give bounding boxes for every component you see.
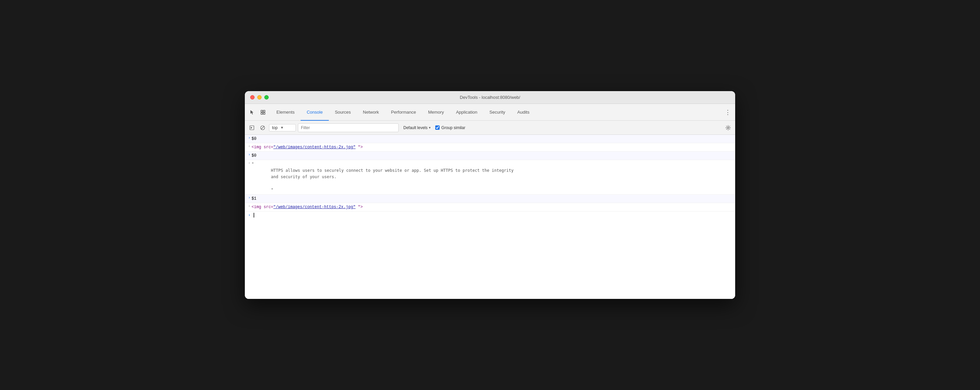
console-entry: ‹ <img src="/web/images/content-https-2x… [245,143,735,152]
console-content: <img src="/web/images/content-https-2x.j… [250,203,735,211]
console-content: $1 [250,195,735,203]
console-toolbar: top ▼ Default levels ▾ Group similar [245,121,735,135]
svg-line-6 [261,126,264,129]
svg-rect-0 [261,110,262,112]
window-title: DevTools - localhost:8080/web/ [460,95,520,100]
console-content: <img src="/web/images/content-https-2x.j… [250,143,735,151]
output-arrow-icon: ‹ [245,203,250,209]
tabs-row: Elements Console Sources Network Perform… [245,104,735,121]
input-arrow-icon: › [245,135,250,141]
devtools-window: DevTools - localhost:8080/web/ [245,91,735,299]
tab-elements[interactable]: Elements [270,104,301,121]
console-content: $0 [250,152,735,160]
group-similar-checkbox[interactable] [435,125,440,130]
filter-input[interactable] [298,123,399,132]
input-arrow-icon: › [245,195,250,201]
cursor-icon[interactable] [248,107,257,117]
tab-memory[interactable]: Memory [422,104,450,121]
traffic-lights [250,95,269,99]
console-entry: › $0 [245,152,735,160]
inspect-icon[interactable] [258,107,268,117]
console-text: $0 [251,153,256,158]
svg-rect-1 [263,110,265,112]
console-input-line[interactable]: › [245,211,735,219]
title-bar: DevTools - localhost:8080/web/ [245,91,735,104]
svg-point-7 [727,127,729,128]
tab-console[interactable]: Console [301,104,329,121]
console-prompt-icon: › [245,213,253,217]
group-similar-checkbox-group: Group similar [435,125,465,130]
tab-network[interactable]: Network [357,104,385,121]
devtools-container: Elements Console Sources Network Perform… [245,104,735,299]
console-entry: ‹ " HTTPS allows users to securely conne… [245,160,735,195]
tab-performance[interactable]: Performance [385,104,422,121]
console-output[interactable]: › $0 ‹ <img src="/web/images/content-htt… [245,135,735,299]
settings-icon[interactable] [724,123,732,132]
link-text[interactable]: "/web/images/content-https-2x.jpg" [274,205,356,209]
tab-audits[interactable]: Audits [511,104,535,121]
svg-rect-2 [261,113,262,114]
tab-application[interactable]: Application [450,104,484,121]
output-arrow-icon: ‹ [245,160,250,166]
console-text: $0 [251,136,256,141]
tag-text: <img src= [251,145,274,150]
tag-close-text: "> [356,145,363,150]
more-tabs-button[interactable]: ⋮ [723,107,732,117]
clear-console-button[interactable] [258,123,267,132]
tag-text: <img src= [251,205,274,209]
console-line: " HTTPS allows users to securely connect… [251,161,514,193]
console-entry: ‹ <img src="/web/images/content-https-2x… [245,203,735,211]
tab-sources[interactable]: Sources [329,104,357,121]
context-arrow-icon: ▼ [280,126,284,129]
execute-context-button[interactable] [248,123,256,132]
input-arrow-icon: › [245,152,250,158]
console-text: $1 [251,197,256,201]
maximize-button[interactable] [264,95,269,99]
console-cursor [254,213,254,217]
context-selector[interactable]: top ▼ [269,124,296,131]
console-entry: › $1 [245,195,735,203]
levels-arrow-icon: ▾ [429,126,431,129]
tab-security[interactable]: Security [483,104,511,121]
toolbar-icons [248,107,268,117]
console-entry: › $0 [245,135,735,143]
link-text[interactable]: "/web/images/content-https-2x.jpg" [274,145,356,150]
tag-close-text: "> [356,205,363,209]
console-content: $0 [250,135,735,143]
minimize-button[interactable] [257,95,262,99]
svg-rect-3 [263,113,265,114]
group-similar-label: Group similar [441,125,465,130]
close-button[interactable] [250,95,255,99]
log-levels-button[interactable]: Default levels ▾ [401,125,433,131]
console-multiline-content: " HTTPS allows users to securely connect… [250,160,516,194]
output-arrow-icon: ‹ [245,143,250,149]
